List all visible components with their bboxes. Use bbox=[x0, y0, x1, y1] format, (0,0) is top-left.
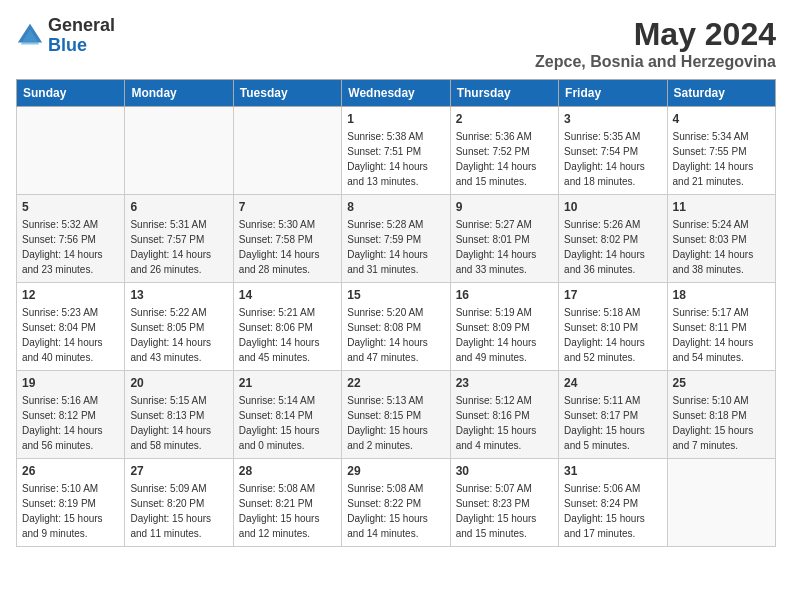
day-number: 27 bbox=[130, 464, 227, 478]
weekday-header-row: Sunday Monday Tuesday Wednesday Thursday… bbox=[17, 80, 776, 107]
day-number: 7 bbox=[239, 200, 336, 214]
sunrise-text: Sunrise: 5:24 AM bbox=[673, 219, 749, 230]
day-number: 28 bbox=[239, 464, 336, 478]
sunrise-text: Sunrise: 5:28 AM bbox=[347, 219, 423, 230]
day-number: 15 bbox=[347, 288, 444, 302]
day-info: Sunrise: 5:24 AM Sunset: 8:03 PM Dayligh… bbox=[673, 217, 770, 277]
day-info: Sunrise: 5:19 AM Sunset: 8:09 PM Dayligh… bbox=[456, 305, 553, 365]
sunrise-text: Sunrise: 5:09 AM bbox=[130, 483, 206, 494]
day-number: 21 bbox=[239, 376, 336, 390]
title-block: May 2024 Zepce, Bosnia and Herzegovina bbox=[535, 16, 776, 71]
day-info: Sunrise: 5:08 AM Sunset: 8:22 PM Dayligh… bbox=[347, 481, 444, 541]
day-info: Sunrise: 5:09 AM Sunset: 8:20 PM Dayligh… bbox=[130, 481, 227, 541]
table-row: 9 Sunrise: 5:27 AM Sunset: 8:01 PM Dayli… bbox=[450, 195, 558, 283]
sunset-text: Sunset: 8:15 PM bbox=[347, 410, 421, 421]
table-row: 4 Sunrise: 5:34 AM Sunset: 7:55 PM Dayli… bbox=[667, 107, 775, 195]
day-number: 26 bbox=[22, 464, 119, 478]
daylight-text: Daylight: 14 hours and 28 minutes. bbox=[239, 249, 320, 275]
sunrise-text: Sunrise: 5:26 AM bbox=[564, 219, 640, 230]
daylight-text: Daylight: 15 hours and 14 minutes. bbox=[347, 513, 428, 539]
header-wednesday: Wednesday bbox=[342, 80, 450, 107]
sunset-text: Sunset: 8:13 PM bbox=[130, 410, 204, 421]
day-info: Sunrise: 5:20 AM Sunset: 8:08 PM Dayligh… bbox=[347, 305, 444, 365]
sunset-text: Sunset: 8:03 PM bbox=[673, 234, 747, 245]
sunrise-text: Sunrise: 5:08 AM bbox=[347, 483, 423, 494]
sunset-text: Sunset: 8:06 PM bbox=[239, 322, 313, 333]
daylight-text: Daylight: 14 hours and 33 minutes. bbox=[456, 249, 537, 275]
table-row: 12 Sunrise: 5:23 AM Sunset: 8:04 PM Dayl… bbox=[17, 283, 125, 371]
table-row: 18 Sunrise: 5:17 AM Sunset: 8:11 PM Dayl… bbox=[667, 283, 775, 371]
table-row bbox=[17, 107, 125, 195]
day-info: Sunrise: 5:26 AM Sunset: 8:02 PM Dayligh… bbox=[564, 217, 661, 277]
table-row: 14 Sunrise: 5:21 AM Sunset: 8:06 PM Dayl… bbox=[233, 283, 341, 371]
day-number: 5 bbox=[22, 200, 119, 214]
header-thursday: Thursday bbox=[450, 80, 558, 107]
table-row: 30 Sunrise: 5:07 AM Sunset: 8:23 PM Dayl… bbox=[450, 459, 558, 547]
sunrise-text: Sunrise: 5:27 AM bbox=[456, 219, 532, 230]
header-sunday: Sunday bbox=[17, 80, 125, 107]
day-number: 8 bbox=[347, 200, 444, 214]
day-number: 30 bbox=[456, 464, 553, 478]
day-info: Sunrise: 5:11 AM Sunset: 8:17 PM Dayligh… bbox=[564, 393, 661, 453]
header-friday: Friday bbox=[559, 80, 667, 107]
sunset-text: Sunset: 8:09 PM bbox=[456, 322, 530, 333]
sunrise-text: Sunrise: 5:14 AM bbox=[239, 395, 315, 406]
table-row: 23 Sunrise: 5:12 AM Sunset: 8:16 PM Dayl… bbox=[450, 371, 558, 459]
sunset-text: Sunset: 8:17 PM bbox=[564, 410, 638, 421]
table-row: 11 Sunrise: 5:24 AM Sunset: 8:03 PM Dayl… bbox=[667, 195, 775, 283]
sunset-text: Sunset: 8:24 PM bbox=[564, 498, 638, 509]
table-row: 2 Sunrise: 5:36 AM Sunset: 7:52 PM Dayli… bbox=[450, 107, 558, 195]
sunrise-text: Sunrise: 5:06 AM bbox=[564, 483, 640, 494]
day-info: Sunrise: 5:06 AM Sunset: 8:24 PM Dayligh… bbox=[564, 481, 661, 541]
sunset-text: Sunset: 8:14 PM bbox=[239, 410, 313, 421]
sunrise-text: Sunrise: 5:38 AM bbox=[347, 131, 423, 142]
daylight-text: Daylight: 15 hours and 12 minutes. bbox=[239, 513, 320, 539]
day-number: 2 bbox=[456, 112, 553, 126]
sunrise-text: Sunrise: 5:36 AM bbox=[456, 131, 532, 142]
sunrise-text: Sunrise: 5:30 AM bbox=[239, 219, 315, 230]
daylight-text: Daylight: 14 hours and 43 minutes. bbox=[130, 337, 211, 363]
daylight-text: Daylight: 14 hours and 45 minutes. bbox=[239, 337, 320, 363]
sunset-text: Sunset: 7:54 PM bbox=[564, 146, 638, 157]
day-number: 4 bbox=[673, 112, 770, 126]
sunset-text: Sunset: 8:12 PM bbox=[22, 410, 96, 421]
sunset-text: Sunset: 7:57 PM bbox=[130, 234, 204, 245]
page-header: General Blue May 2024 Zepce, Bosnia and … bbox=[16, 16, 776, 71]
sunrise-text: Sunrise: 5:31 AM bbox=[130, 219, 206, 230]
daylight-text: Daylight: 14 hours and 47 minutes. bbox=[347, 337, 428, 363]
day-number: 22 bbox=[347, 376, 444, 390]
table-row: 26 Sunrise: 5:10 AM Sunset: 8:19 PM Dayl… bbox=[17, 459, 125, 547]
sunset-text: Sunset: 8:04 PM bbox=[22, 322, 96, 333]
sunset-text: Sunset: 8:08 PM bbox=[347, 322, 421, 333]
daylight-text: Daylight: 14 hours and 36 minutes. bbox=[564, 249, 645, 275]
daylight-text: Daylight: 15 hours and 9 minutes. bbox=[22, 513, 103, 539]
table-row: 10 Sunrise: 5:26 AM Sunset: 8:02 PM Dayl… bbox=[559, 195, 667, 283]
daylight-text: Daylight: 14 hours and 52 minutes. bbox=[564, 337, 645, 363]
daylight-text: Daylight: 15 hours and 2 minutes. bbox=[347, 425, 428, 451]
day-number: 17 bbox=[564, 288, 661, 302]
day-number: 12 bbox=[22, 288, 119, 302]
day-info: Sunrise: 5:38 AM Sunset: 7:51 PM Dayligh… bbox=[347, 129, 444, 189]
table-row: 21 Sunrise: 5:14 AM Sunset: 8:14 PM Dayl… bbox=[233, 371, 341, 459]
daylight-text: Daylight: 14 hours and 54 minutes. bbox=[673, 337, 754, 363]
daylight-text: Daylight: 14 hours and 23 minutes. bbox=[22, 249, 103, 275]
daylight-text: Daylight: 15 hours and 17 minutes. bbox=[564, 513, 645, 539]
sunset-text: Sunset: 8:10 PM bbox=[564, 322, 638, 333]
table-row: 29 Sunrise: 5:08 AM Sunset: 8:22 PM Dayl… bbox=[342, 459, 450, 547]
day-info: Sunrise: 5:10 AM Sunset: 8:18 PM Dayligh… bbox=[673, 393, 770, 453]
daylight-text: Daylight: 14 hours and 38 minutes. bbox=[673, 249, 754, 275]
month-title: May 2024 bbox=[535, 16, 776, 53]
sunset-text: Sunset: 8:02 PM bbox=[564, 234, 638, 245]
day-info: Sunrise: 5:16 AM Sunset: 8:12 PM Dayligh… bbox=[22, 393, 119, 453]
daylight-text: Daylight: 15 hours and 7 minutes. bbox=[673, 425, 754, 451]
day-info: Sunrise: 5:27 AM Sunset: 8:01 PM Dayligh… bbox=[456, 217, 553, 277]
sunset-text: Sunset: 8:05 PM bbox=[130, 322, 204, 333]
sunrise-text: Sunrise: 5:34 AM bbox=[673, 131, 749, 142]
day-number: 11 bbox=[673, 200, 770, 214]
day-info: Sunrise: 5:21 AM Sunset: 8:06 PM Dayligh… bbox=[239, 305, 336, 365]
sunrise-text: Sunrise: 5:19 AM bbox=[456, 307, 532, 318]
sunrise-text: Sunrise: 5:08 AM bbox=[239, 483, 315, 494]
day-info: Sunrise: 5:35 AM Sunset: 7:54 PM Dayligh… bbox=[564, 129, 661, 189]
header-monday: Monday bbox=[125, 80, 233, 107]
sunrise-text: Sunrise: 5:15 AM bbox=[130, 395, 206, 406]
